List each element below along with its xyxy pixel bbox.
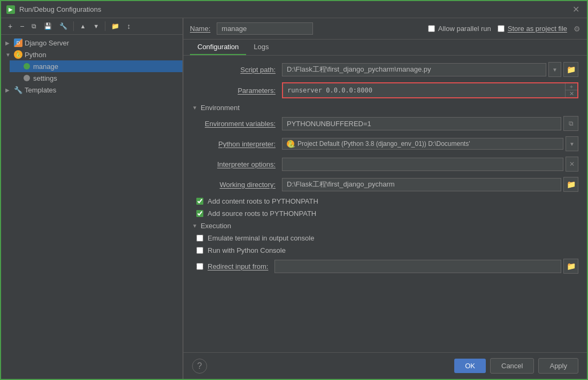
interpreter-select[interactable]: 🐍 Project Default (Python 3.8 (django_en… (282, 138, 563, 150)
emulate-terminal-checkbox[interactable] (196, 235, 203, 242)
tree-item-manage[interactable]: manage (10, 60, 182, 72)
redirect-input-checkbox[interactable] (196, 263, 203, 270)
remove-config-button[interactable]: − (17, 20, 27, 32)
working-directory-input[interactable] (282, 178, 561, 191)
header-right: Allow parallel run Store as project file… (428, 25, 581, 33)
script-path-folder-button[interactable]: 📁 (563, 62, 578, 77)
bottom-bar: ? OK Cancel Apply (184, 352, 587, 379)
main-content: + − ⧉ 💾 🔧 ▲ ▼ 📁 ↕ ▶ D (1, 18, 587, 379)
allow-parallel-label[interactable]: Allow parallel run (438, 25, 491, 33)
manage-label: manage (33, 63, 58, 71)
param-remove-button[interactable]: ✕ (566, 90, 577, 97)
redirect-input-inner: Redirect input from: (196, 262, 270, 270)
python-arrow: ▼ (5, 52, 12, 58)
toolbar-separator (73, 21, 74, 31)
interpreter-text: Project Default (Python 3.8 (django_env_… (297, 140, 559, 148)
store-project-label[interactable]: Store as project file (508, 25, 567, 33)
add-source-roots-label[interactable]: Add source roots to PYTHONPATH (208, 210, 316, 218)
redirect-input-group: 📁 (274, 259, 578, 274)
cancel-button[interactable]: Cancel (490, 358, 534, 374)
form-area: Script path: ▼ 📁 Parameters: + ✕ (184, 56, 587, 352)
add-source-roots-checkbox[interactable] (196, 210, 203, 217)
interpreter-options-input[interactable] (282, 158, 563, 171)
sort-button[interactable]: ↕ (124, 20, 133, 32)
copy-config-button[interactable]: ⧉ (29, 21, 39, 32)
run-python-console-checkbox[interactable] (196, 247, 203, 254)
left-toolbar: + − ⧉ 💾 🔧 ▲ ▼ 📁 ↕ (1, 18, 182, 35)
config-gear-button[interactable]: ⚙ (574, 25, 581, 33)
script-path-group: ▼ 📁 (282, 62, 578, 77)
add-config-button[interactable]: + (5, 20, 15, 32)
tree-item-settings[interactable]: settings (10, 72, 182, 84)
name-label: Name: (190, 25, 210, 33)
tree-item-django-server[interactable]: ▶ D Django Server (1, 37, 182, 49)
config-tabs: Configuration Logs (184, 40, 587, 56)
interpreter-options-label: Interpreter options: (192, 160, 278, 168)
python-interpreter-row: Python interpreter: 🐍 Project Default (P… (192, 136, 578, 151)
close-button[interactable]: ✕ (570, 4, 582, 14)
python-icon: 🐍 (14, 50, 22, 59)
store-project-checkbox[interactable] (498, 25, 505, 32)
env-vars-browse-button[interactable]: ⧉ (563, 116, 578, 131)
tab-logs[interactable]: Logs (246, 40, 276, 55)
folder-button[interactable]: 📁 (109, 21, 122, 32)
dialog-icon: ▶ (6, 5, 15, 14)
move-down-button[interactable]: ▼ (90, 21, 102, 31)
redirect-input-label[interactable]: Redirect input from: (208, 262, 270, 270)
move-up-button[interactable]: ▲ (77, 21, 88, 31)
env-vars-label: Environment variables: (192, 120, 278, 128)
param-buttons: + ✕ (565, 83, 577, 97)
environment-section-header: ▼ Environment (192, 104, 578, 112)
env-vars-input[interactable] (282, 117, 561, 130)
interpreter-dropdown-button[interactable]: ▼ (566, 136, 578, 151)
working-directory-browse-button[interactable]: 📁 (563, 177, 578, 192)
working-directory-row: Working directory: 📁 (192, 177, 578, 192)
env-section-arrow: ▼ (192, 105, 197, 111)
execution-section-label: Execution (201, 222, 231, 230)
script-path-dropdown[interactable]: ▼ (548, 62, 561, 77)
add-content-roots-checkbox[interactable] (196, 198, 203, 205)
redirect-input-browse-button[interactable]: 📁 (563, 259, 578, 274)
param-add-button[interactable]: + (566, 83, 577, 90)
help-button[interactable]: ? (192, 359, 207, 374)
redirect-input-row: Redirect input from: 📁 (192, 259, 578, 274)
emulate-terminal-label[interactable]: Emulate terminal in output console (208, 234, 314, 242)
name-input[interactable] (217, 22, 313, 35)
python-interpreter-group: 🐍 Project Default (Python 3.8 (django_en… (282, 136, 578, 151)
interpreter-options-group: ✕ (282, 157, 578, 172)
interpreter-options-btn[interactable]: ✕ (566, 157, 578, 172)
script-path-row: Script path: ▼ 📁 (192, 62, 578, 77)
tab-configuration[interactable]: Configuration (190, 40, 246, 55)
tree-item-templates[interactable]: ▶ 🔧 Templates (1, 84, 182, 96)
parameters-label: Parameters: (192, 87, 278, 95)
env-vars-group: ⧉ (282, 116, 578, 131)
working-directory-label: Working directory: (192, 181, 278, 189)
run-python-console-label[interactable]: Run with Python Console (208, 246, 286, 254)
add-content-roots-row: Add content roots to PYTHONPATH (196, 197, 578, 205)
script-path-input[interactable] (282, 63, 546, 76)
apply-button[interactable]: Apply (538, 358, 578, 374)
right-panel: Name: Allow parallel run Store as projec… (184, 18, 587, 379)
config-tree: ▶ D Django Server ▼ 🐍 Python (1, 35, 182, 379)
templates-icon: 🔧 (14, 86, 22, 94)
save-config-button[interactable]: 💾 (41, 21, 55, 32)
run-python-console-row: Run with Python Console (196, 246, 578, 254)
settings-icon (22, 74, 31, 82)
toolbar-separator-2 (105, 21, 105, 31)
add-content-roots-label[interactable]: Add content roots to PYTHONPATH (208, 197, 318, 205)
templates-label: Templates (25, 86, 56, 94)
django-server-icon: D (14, 38, 22, 47)
allow-parallel-checkbox[interactable] (428, 25, 435, 32)
redirect-input-field[interactable] (274, 260, 561, 273)
interpreter-python-icon: 🐍 (287, 140, 294, 148)
add-source-roots-row: Add source roots to PYTHONPATH (196, 210, 578, 218)
django-server-label: Django Server (25, 39, 69, 47)
python-children: manage settings (1, 60, 182, 84)
ok-button[interactable]: OK (454, 359, 486, 373)
allow-parallel-group: Allow parallel run (428, 25, 491, 33)
parameters-input[interactable] (283, 83, 565, 97)
settings-config-button[interactable]: 🔧 (57, 21, 70, 32)
config-header: Name: Allow parallel run Store as projec… (184, 18, 587, 40)
settings-label: settings (33, 74, 57, 82)
tree-item-python[interactable]: ▼ 🐍 Python (1, 49, 182, 60)
